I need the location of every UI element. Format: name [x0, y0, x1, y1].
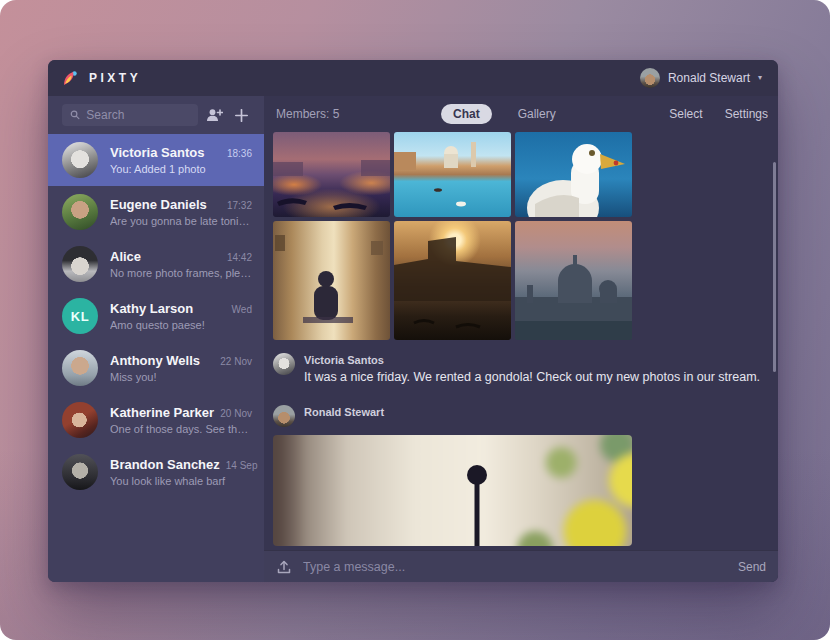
- seagull-shape: [515, 132, 632, 217]
- contact-time: 14 Sep: [226, 460, 258, 471]
- contact-preview: One of those days. See the image.: [110, 423, 252, 435]
- contact-name: Anthony Wells: [110, 353, 200, 368]
- contact-row-eugene-daniels[interactable]: Eugene Daniels 17:32 Are you gonna be la…: [48, 186, 264, 238]
- message-avatar: [273, 353, 295, 375]
- pixty-logo-icon: [62, 70, 79, 87]
- chat-message: Victoria Santos It was a nice friday. We…: [264, 353, 778, 384]
- contact-time: 17:32: [227, 200, 252, 211]
- app-title: PIXTY: [89, 71, 141, 85]
- contact-name: Brandon Sanchez: [110, 457, 220, 472]
- contact-row-victoria-santos[interactable]: Victoria Santos 18:36 You: Added 1 photo: [48, 134, 264, 186]
- message-author: Ronald Stewart: [304, 405, 384, 418]
- contact-name: Alice: [110, 249, 141, 264]
- contact-preview: You look like whale barf: [110, 475, 252, 487]
- search-row: [48, 96, 264, 134]
- photo-venice-alley-person[interactable]: [273, 221, 390, 340]
- user-name: Ronald Stewart: [668, 71, 750, 85]
- search-input[interactable]: [86, 108, 190, 122]
- photo-grid: [273, 132, 778, 340]
- gondolas-silhouette: [273, 132, 390, 217]
- contact-list: Victoria Santos 18:36 You: Added 1 photo…: [48, 134, 264, 498]
- contact-time: 18:36: [227, 148, 252, 159]
- person-add-icon: [206, 108, 223, 122]
- contact-row-alice[interactable]: Alice 14:42 No more photo frames, please…: [48, 238, 264, 290]
- select-button[interactable]: Select: [669, 107, 702, 121]
- conversations-sidebar: Victoria Santos 18:36 You: Added 1 photo…: [48, 96, 264, 582]
- photo-seagull-closeup[interactable]: [515, 132, 632, 217]
- plus-icon: [235, 109, 248, 122]
- contact-name: Eugene Daniels: [110, 197, 207, 212]
- buildings-silhouette: [394, 221, 511, 340]
- avatar: [62, 454, 98, 490]
- contact-preview: Miss you!: [110, 371, 252, 383]
- search-box: [62, 104, 198, 126]
- chat-panel: Members: 5 Chat Gallery Select Settings: [264, 96, 778, 582]
- contact-time: 22 Nov: [220, 356, 252, 367]
- contact-preview: You: Added 1 photo: [110, 163, 252, 175]
- chevron-down-icon: ▾: [758, 74, 762, 82]
- app-window: PIXTY Ronald Stewart ▾: [48, 60, 778, 582]
- message-text: It was a nice friday. We rented a gondol…: [304, 370, 760, 384]
- message-author: Victoria Santos: [304, 353, 760, 366]
- contact-row-anthony-wells[interactable]: Anthony Wells 22 Nov Miss you!: [48, 342, 264, 394]
- photo-venice-canal-dusk[interactable]: [273, 132, 390, 217]
- dome-silhouette: [515, 221, 632, 340]
- avatar: [62, 194, 98, 230]
- settings-button[interactable]: Settings: [725, 107, 768, 121]
- message-input[interactable]: [303, 560, 727, 574]
- photo-salute-church-dusk[interactable]: [515, 221, 632, 340]
- desktop-background: PIXTY Ronald Stewart ▾: [0, 0, 830, 640]
- tab-chat[interactable]: Chat: [441, 104, 492, 124]
- avatar-initials: KL: [62, 298, 98, 334]
- new-chat-button[interactable]: [231, 102, 252, 128]
- toolbar-actions: Select Settings: [669, 107, 768, 121]
- photo-grand-canal-daytime[interactable]: [394, 132, 511, 217]
- tab-gallery[interactable]: Gallery: [506, 104, 568, 124]
- view-tabs: Chat Gallery: [441, 104, 568, 124]
- upload-icon[interactable]: [276, 559, 292, 575]
- avatar: [62, 402, 98, 438]
- app-logo: PIXTY: [62, 70, 141, 87]
- chat-message: Ronald Stewart: [264, 405, 778, 427]
- contact-time: 14:42: [227, 252, 252, 263]
- contact-name: Kathy Larson: [110, 301, 193, 316]
- sitting-person-silhouette: [273, 221, 390, 340]
- contact-preview: No more photo frames, please!: [110, 267, 252, 279]
- contact-time: 20 Nov: [220, 408, 252, 419]
- add-contact-button[interactable]: [204, 102, 225, 128]
- user-menu[interactable]: Ronald Stewart ▾: [640, 68, 762, 88]
- avatar: [62, 350, 98, 386]
- contact-time: Wed: [232, 304, 252, 315]
- members-count: Members: 5: [276, 107, 339, 121]
- message-avatar: [273, 405, 295, 427]
- contact-name: Katherine Parker: [110, 405, 214, 420]
- contact-row-katherine-parker[interactable]: Katherine Parker 20 Nov One of those day…: [48, 394, 264, 446]
- message-composer: Send: [264, 550, 778, 582]
- avatar: [62, 246, 98, 282]
- chat-toolbar: Members: 5 Chat Gallery Select Settings: [264, 96, 778, 132]
- contact-preview: Amo questo paese!: [110, 319, 252, 331]
- contact-row-kathy-larson[interactable]: KL Kathy Larson Wed Amo questo paese!: [48, 290, 264, 342]
- scrollbar-thumb[interactable]: [773, 162, 776, 372]
- contact-row-brandon-sanchez[interactable]: Brandon Sanchez 14 Sep You look like wha…: [48, 446, 264, 498]
- top-bar: PIXTY Ronald Stewart ▾: [48, 60, 778, 96]
- church-and-boat-shapes: [394, 132, 511, 217]
- search-icon: [70, 109, 80, 121]
- send-button[interactable]: Send: [738, 560, 766, 574]
- photo-canal-sunset-silhouette[interactable]: [394, 221, 511, 340]
- contact-preview: Are you gonna be late tonight?: [110, 215, 252, 227]
- contact-name: Victoria Santos: [110, 145, 204, 160]
- user-avatar: [640, 68, 660, 88]
- avatar: [62, 142, 98, 178]
- photo-attachment-roses-microphone[interactable]: [273, 435, 632, 546]
- microphone-silhouette: [273, 435, 632, 546]
